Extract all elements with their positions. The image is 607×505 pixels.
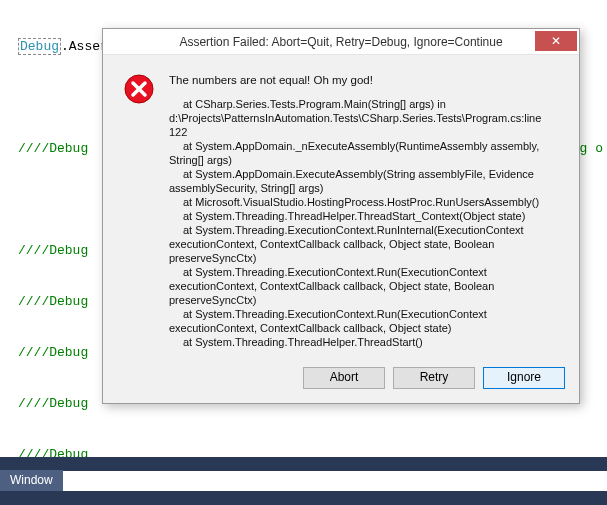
abort-button[interactable]: Abort	[303, 367, 385, 389]
panel-tab[interactable]: Window	[0, 470, 63, 492]
dialog-button-row: Abort Retry Ignore	[103, 359, 579, 403]
ignore-button[interactable]: Ignore	[483, 367, 565, 389]
dialog-titlebar[interactable]: Assertion Failed: Abort=Quit, Retry=Debu…	[103, 29, 579, 55]
stack-frame: at CSharp.Series.Tests.Program.Main(Stri…	[169, 97, 559, 139]
retry-button[interactable]: Retry	[393, 367, 475, 389]
stack-frame: at System.AppDomain._nExecuteAssembly(Ru…	[169, 139, 559, 167]
stack-trace: at CSharp.Series.Tests.Program.Main(Stri…	[169, 97, 559, 349]
dialog-title: Assertion Failed: Abort=Quit, Retry=Debu…	[179, 35, 502, 49]
panel-strip	[0, 457, 607, 471]
stack-frame: at System.AppDomain.ExecuteAssembly(Stri…	[169, 167, 559, 195]
stack-frame: at Microsoft.VisualStudio.HostingProcess…	[169, 195, 559, 209]
stack-frame: at System.Threading.ThreadHelper.ThreadS…	[169, 209, 559, 223]
stack-frame: at System.Threading.ExecutionContext.Run…	[169, 223, 559, 265]
error-icon	[123, 73, 155, 105]
dialog-message-column: The numbers are not equal! Oh my god! at…	[169, 73, 559, 349]
token-type: Debug	[18, 38, 61, 55]
close-icon: ✕	[551, 34, 561, 48]
dialog-body: The numbers are not equal! Oh my god! at…	[103, 55, 579, 359]
stack-frame: at System.Threading.ExecutionContext.Run…	[169, 265, 559, 307]
stack-frame: at System.Threading.ThreadHelper.ThreadS…	[169, 335, 559, 349]
close-button[interactable]: ✕	[535, 31, 577, 51]
assertion-message: The numbers are not equal! Oh my god!	[169, 73, 559, 87]
stack-frame: at System.Threading.ExecutionContext.Run…	[169, 307, 559, 335]
status-strip	[0, 491, 607, 505]
assertion-failed-dialog: Assertion Failed: Abort=Quit, Retry=Debu…	[102, 28, 580, 404]
